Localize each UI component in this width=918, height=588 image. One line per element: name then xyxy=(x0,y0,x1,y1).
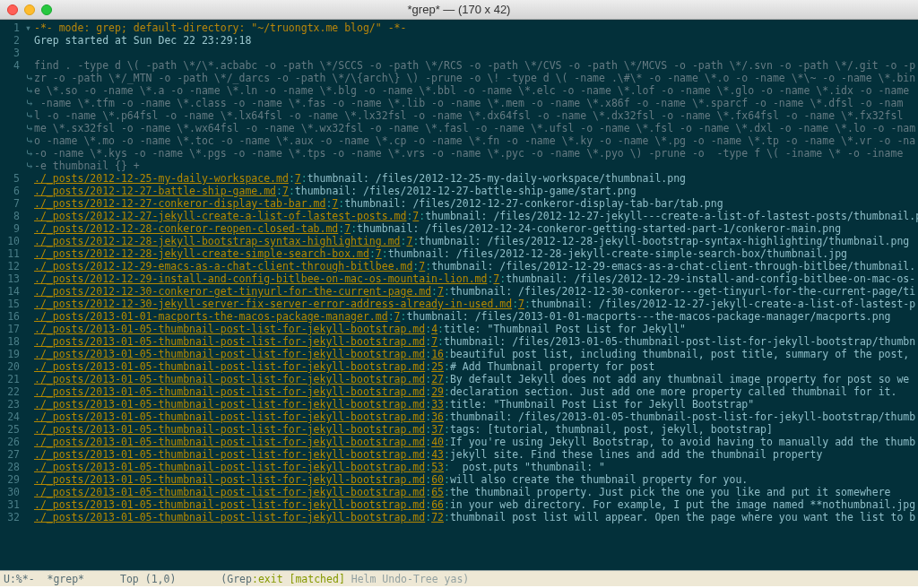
minimize-icon[interactable] xyxy=(24,4,35,15)
match-file[interactable]: ./_posts/2013-01-05-thumbnail-post-list-… xyxy=(34,373,425,385)
line-number: 23 xyxy=(0,398,25,411)
editor-line[interactable]: 22./_posts/2013-01-05-thumbnail-post-lis… xyxy=(0,385,918,398)
match-file[interactable]: ./_posts/2012-12-27-battle-ship-game.md xyxy=(34,185,276,197)
match-line[interactable]: 29 xyxy=(431,385,444,398)
match-line[interactable]: 27 xyxy=(431,373,444,385)
match-file[interactable]: ./_posts/2013-01-05-thumbnail-post-list-… xyxy=(34,385,425,398)
editor-line[interactable]: ⤷-o -name \*.kys -o -name \*.pgs -o -nam… xyxy=(0,147,918,160)
editor-line[interactable]: 26./_posts/2013-01-05-thumbnail-post-lis… xyxy=(0,436,918,448)
match-file[interactable]: ./_posts/2013-01-05-thumbnail-post-list-… xyxy=(34,461,425,473)
line-number: 19 xyxy=(0,348,25,360)
match-file[interactable]: ./_posts/2013-01-05-thumbnail-post-list-… xyxy=(34,348,425,360)
match-file[interactable]: ./_posts/2013-01-05-thumbnail-post-list-… xyxy=(34,486,425,498)
match-line[interactable]: 7 xyxy=(394,310,401,323)
find-command: -e thumbnail {} + xyxy=(34,160,140,172)
match-file[interactable]: ./_posts/2013-01-05-thumbnail-post-list-… xyxy=(34,473,425,486)
editor-line[interactable]: ⤷ -name \*.tfm -o -name \*.class -o -nam… xyxy=(0,97,918,109)
match-line[interactable]: 7 xyxy=(376,247,382,260)
match-line[interactable]: 16 xyxy=(431,348,444,360)
editor-line[interactable]: ⤷zr -o -path \*/_MTN -o -path \*/_darcs … xyxy=(0,72,918,84)
match-line[interactable]: 7 xyxy=(282,185,289,197)
editor-line[interactable]: ⤷-e thumbnail {} + xyxy=(0,160,918,172)
match-line[interactable]: 60 xyxy=(431,473,444,486)
editor-line[interactable]: 19./_posts/2013-01-05-thumbnail-post-lis… xyxy=(0,348,918,360)
editor-line[interactable]: 18./_posts/2013-01-05-thumbnail-post-lis… xyxy=(0,335,918,348)
match-file[interactable]: ./_posts/2012-12-28-jekyll-bootstrap-syn… xyxy=(34,235,401,247)
editor-line[interactable]: 16./_posts/2013-01-01-macports-the-macos… xyxy=(0,310,918,323)
editor-line[interactable]: 11./_posts/2012-12-28-jekyll-create-simp… xyxy=(0,247,918,260)
close-icon[interactable] xyxy=(7,4,18,15)
match-file[interactable]: ./_posts/2013-01-05-thumbnail-post-list-… xyxy=(34,411,425,423)
match-line[interactable]: 40 xyxy=(431,436,444,448)
editor-line[interactable]: 2Grep started at Sun Dec 22 23:29:18 xyxy=(0,34,918,47)
editor-line[interactable]: 23./_posts/2013-01-05-thumbnail-post-lis… xyxy=(0,398,918,411)
match-text: thumbnail: /files/2012-12-27-jekyll---cr… xyxy=(425,210,918,222)
match-file[interactable]: ./_posts/2013-01-05-thumbnail-post-list-… xyxy=(34,323,425,335)
match-file[interactable]: ./_posts/2013-01-05-thumbnail-post-list-… xyxy=(34,360,425,373)
editor-line[interactable]: 31./_posts/2013-01-05-thumbnail-post-lis… xyxy=(0,498,918,511)
editor-line[interactable]: 3 xyxy=(0,47,918,59)
editor-line[interactable]: 24./_posts/2013-01-05-thumbnail-post-lis… xyxy=(0,411,918,423)
editor-line[interactable]: 20./_posts/2013-01-05-thumbnail-post-lis… xyxy=(0,360,918,373)
editor-line[interactable]: 32./_posts/2013-01-05-thumbnail-post-lis… xyxy=(0,511,918,523)
match-line[interactable]: 7 xyxy=(295,172,301,185)
zoom-icon[interactable] xyxy=(41,4,52,15)
fold-indicator xyxy=(25,473,34,486)
editor-line[interactable]: ⤷l -o -name \*.p64fsl -o -name \*.lx64fs… xyxy=(0,109,918,122)
editor-line[interactable]: 8./_posts/2012-12-27-jekyll-create-a-lis… xyxy=(0,210,918,222)
editor-line[interactable]: ⤷me \*.sx32fsl -o -name \*.wx64fsl -o -n… xyxy=(0,122,918,134)
match-file[interactable]: ./_posts/2013-01-05-thumbnail-post-list-… xyxy=(34,498,425,511)
editor-line[interactable]: 21./_posts/2013-01-05-thumbnail-post-lis… xyxy=(0,373,918,385)
editor-line[interactable]: 7./_posts/2012-12-27-conkeror-display-ta… xyxy=(0,197,918,210)
editor-line[interactable]: 9./_posts/2012-12-28-conkeror-reopen-clo… xyxy=(0,222,918,235)
match-file[interactable]: ./_posts/2012-12-29-emacs-as-a-chat-clie… xyxy=(34,260,412,272)
match-line[interactable]: 37 xyxy=(431,423,444,436)
fold-indicator xyxy=(25,323,34,335)
editor-line[interactable]: 17./_posts/2013-01-05-thumbnail-post-lis… xyxy=(0,323,918,335)
match-file[interactable]: ./_posts/2012-12-28-conkeror-reopen-clos… xyxy=(34,222,338,235)
match-file[interactable]: ./_posts/2012-12-28-jekyll-create-simple… xyxy=(34,247,369,260)
mode-line-position: Top (1,0) xyxy=(120,573,176,585)
editor-line[interactable]: ⤷e \*.so -o -name \*.a -o -name \*.ln -o… xyxy=(0,84,918,97)
match-file[interactable]: ./_posts/2012-12-27-jekyll-create-a-list… xyxy=(34,210,406,222)
editor-line[interactable]: 29./_posts/2013-01-05-thumbnail-post-lis… xyxy=(0,473,918,486)
fold-indicator: ⤷ xyxy=(25,134,34,147)
match-line[interactable]: 7 xyxy=(518,298,524,310)
editor-line[interactable]: 6./_posts/2012-12-27-battle-ship-game.md… xyxy=(0,185,918,197)
match-line[interactable]: 66 xyxy=(431,498,444,511)
match-line[interactable]: 36 xyxy=(431,411,444,423)
match-file[interactable]: ./_posts/2012-12-29-install-and-config-b… xyxy=(34,272,487,285)
match-file[interactable]: ./_posts/2012-12-27-conkeror-display-tab… xyxy=(34,197,325,210)
match-line[interactable]: 25 xyxy=(431,360,444,373)
editor-line[interactable]: 14./_posts/2012-12-30-conkeror-get-tinyu… xyxy=(0,285,918,298)
match-line[interactable]: 72 xyxy=(431,511,444,523)
match-file[interactable]: ./_posts/2013-01-05-thumbnail-post-list-… xyxy=(34,335,425,348)
editor-line[interactable]: 15./_posts/2012-12-30-jekyll-server-fix-… xyxy=(0,298,918,310)
editor-line[interactable]: 28./_posts/2013-01-05-thumbnail-post-lis… xyxy=(0,461,918,473)
editor-line[interactable]: 5./_posts/2012-12-25-my-daily-workspace.… xyxy=(0,172,918,185)
match-file[interactable]: ./_posts/2012-12-30-jekyll-server-fix-se… xyxy=(34,298,512,310)
match-file[interactable]: ./_posts/2012-12-25-my-daily-workspace.m… xyxy=(34,172,289,185)
match-file[interactable]: ./_posts/2013-01-01-macports-the-macos-p… xyxy=(34,310,388,323)
match-file[interactable]: ./_posts/2013-01-05-thumbnail-post-list-… xyxy=(34,423,425,436)
match-line[interactable]: 53 xyxy=(431,461,444,473)
match-line[interactable]: 7 xyxy=(437,285,444,298)
match-line[interactable]: 65 xyxy=(431,486,444,498)
match-file[interactable]: ./_posts/2012-12-30-conkeror-get-tinyurl… xyxy=(34,285,431,298)
match-file[interactable]: ./_posts/2013-01-05-thumbnail-post-list-… xyxy=(34,436,425,448)
match-line[interactable]: 43 xyxy=(431,448,444,461)
editor-line[interactable]: 10./_posts/2012-12-28-jekyll-bootstrap-s… xyxy=(0,235,918,247)
editor-line[interactable]: 30./_posts/2013-01-05-thumbnail-post-lis… xyxy=(0,486,918,498)
match-line[interactable]: 33 xyxy=(431,398,444,411)
editor-line[interactable]: 13./_posts/2012-12-29-install-and-config… xyxy=(0,272,918,285)
match-file[interactable]: ./_posts/2013-01-05-thumbnail-post-list-… xyxy=(34,398,425,411)
match-file[interactable]: ./_posts/2013-01-05-thumbnail-post-list-… xyxy=(34,511,425,523)
editor-line[interactable]: 27./_posts/2013-01-05-thumbnail-post-lis… xyxy=(0,448,918,461)
match-file[interactable]: ./_posts/2013-01-05-thumbnail-post-list-… xyxy=(34,448,425,461)
editor-line[interactable]: 4find . -type d \( -path \*/\*.acbabc -o… xyxy=(0,59,918,72)
editor-line[interactable]: ⤷o -name \*.mo -o -name \*.toc -o -name … xyxy=(0,134,918,147)
editor-body[interactable]: 1▾-*- mode: grep; default-directory: "~/… xyxy=(0,20,918,570)
editor-line[interactable]: 25./_posts/2013-01-05-thumbnail-post-lis… xyxy=(0,423,918,436)
editor-line[interactable]: 1▾-*- mode: grep; default-directory: "~/… xyxy=(0,22,918,34)
editor-line[interactable]: 12./_posts/2012-12-29-emacs-as-a-chat-cl… xyxy=(0,260,918,272)
